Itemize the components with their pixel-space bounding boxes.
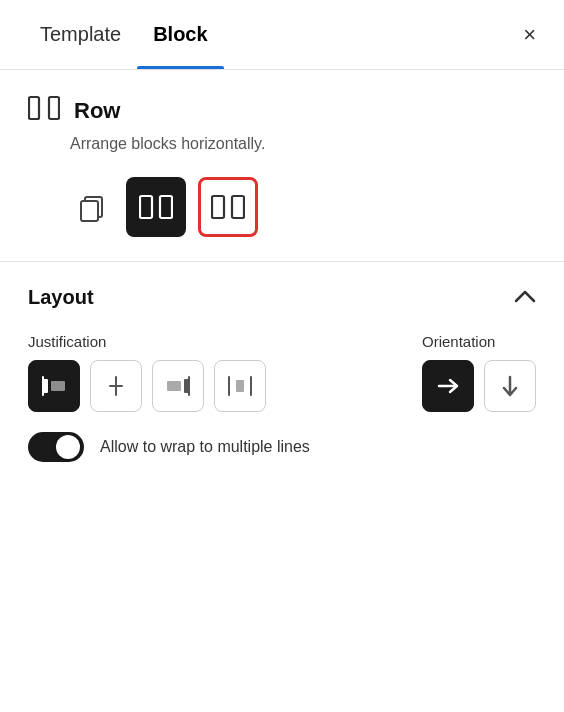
justify-center-icon [103, 375, 129, 397]
block-type-description: Arrange blocks horizontally. [70, 135, 536, 153]
tab-template-label: Template [40, 23, 121, 46]
block-section: Row Arrange blocks horizontally. [0, 70, 564, 262]
justify-right-button[interactable] [152, 360, 204, 412]
tab-block[interactable]: Block [137, 0, 223, 69]
row-icon-svg [28, 94, 60, 122]
svg-rect-18 [236, 380, 244, 392]
justification-group: Justification [28, 333, 266, 412]
svg-rect-17 [250, 376, 252, 396]
tab-bar: Template Block × [0, 0, 564, 70]
chevron-up-icon [514, 287, 536, 308]
svg-rect-13 [167, 381, 181, 391]
orient-down-button[interactable] [484, 360, 536, 412]
orient-right-icon [435, 375, 461, 397]
orientation-group: Orientation [422, 333, 536, 412]
tab-block-label: Block [153, 23, 207, 46]
row-button-selected[interactable] [198, 177, 258, 237]
justify-right-icon [165, 375, 191, 397]
block-type-title: Row [74, 98, 120, 124]
svg-rect-7 [232, 196, 244, 218]
svg-rect-0 [29, 97, 39, 119]
chevron-up-svg [514, 289, 536, 303]
layout-section: Layout Justification [0, 262, 564, 486]
wrap-toggle-label: Allow to wrap to multiple lines [100, 438, 310, 456]
layout-controls-row: Justification [28, 333, 536, 412]
orientation-buttons [422, 360, 536, 412]
svg-rect-16 [228, 376, 230, 396]
toggle-track [28, 432, 84, 462]
svg-rect-4 [140, 196, 152, 218]
wrap-toggle[interactable] [28, 432, 84, 462]
duplicate-icon [75, 190, 109, 224]
justify-left-button[interactable] [28, 360, 80, 412]
row-type-icon [28, 94, 60, 127]
toggle-knob [56, 435, 80, 459]
justify-space-button[interactable] [214, 360, 266, 412]
close-button[interactable]: × [519, 20, 540, 50]
svg-rect-6 [212, 196, 224, 218]
svg-rect-5 [160, 196, 172, 218]
svg-rect-3 [81, 201, 98, 221]
layout-title: Layout [28, 286, 94, 309]
duplicate-button[interactable] [70, 185, 114, 229]
justify-center-button[interactable] [90, 360, 142, 412]
layout-header[interactable]: Layout [28, 286, 536, 309]
block-type-header: Row [28, 94, 536, 127]
justify-space-icon [227, 375, 253, 397]
svg-rect-9 [42, 376, 44, 396]
row-dark-icon [139, 193, 173, 221]
row-button-dark[interactable] [126, 177, 186, 237]
close-icon: × [523, 22, 536, 47]
justify-left-icon [41, 375, 67, 397]
svg-rect-15 [188, 376, 190, 396]
orientation-label: Orientation [422, 333, 536, 350]
wrap-toggle-row: Allow to wrap to multiple lines [28, 432, 536, 462]
row-selected-icon [211, 193, 245, 221]
svg-rect-10 [51, 381, 65, 391]
tab-template[interactable]: Template [24, 0, 137, 69]
svg-rect-1 [49, 97, 59, 119]
justification-label: Justification [28, 333, 266, 350]
orient-right-button[interactable] [422, 360, 474, 412]
block-type-buttons [70, 177, 536, 237]
justification-buttons [28, 360, 266, 412]
orient-down-icon [499, 373, 521, 399]
